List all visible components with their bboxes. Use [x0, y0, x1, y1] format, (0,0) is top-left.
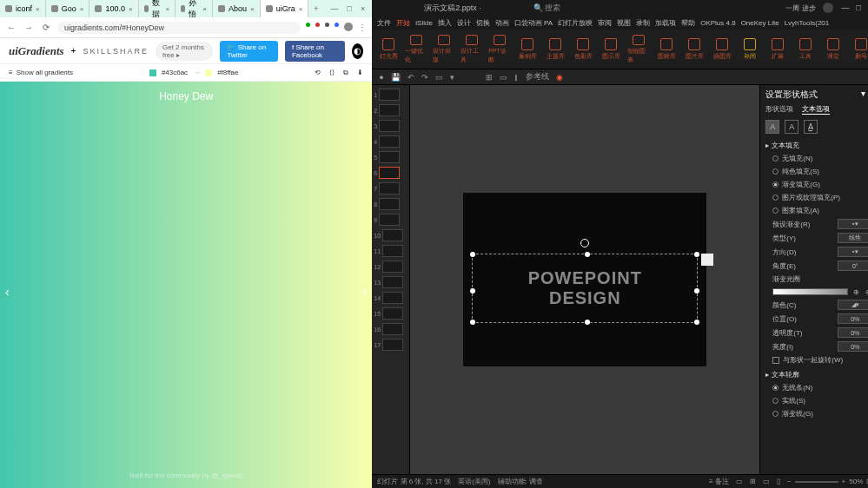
- outline-gradient[interactable]: 渐变线(G): [765, 409, 868, 419]
- preset-dropdown[interactable]: ▪▾: [838, 219, 868, 229]
- thumb-9[interactable]: 9: [374, 214, 407, 226]
- menu-addins[interactable]: 加载项: [655, 18, 676, 28]
- menu-record[interactable]: 录制: [636, 18, 650, 28]
- tab-0[interactable]: iconf×: [0, 0, 46, 17]
- tab-6[interactable]: uiGra×: [261, 0, 309, 17]
- thumb-7[interactable]: 7: [374, 182, 407, 195]
- fill-picture[interactable]: 图片或纹理填充(P): [765, 193, 868, 202]
- panel-tab-shape[interactable]: 形状选项: [765, 104, 793, 115]
- ribbon-btn-10[interactable]: 图标库: [655, 35, 678, 64]
- thumb-17[interactable]: 17: [374, 339, 407, 351]
- zoom-slider[interactable]: [795, 481, 838, 483]
- thumb-13[interactable]: 13: [374, 276, 407, 288]
- status-lang[interactable]: 英语(美国): [458, 477, 490, 486]
- rotate-with-shape[interactable]: 与形状一起旋转(W): [765, 355, 868, 365]
- show-all-link[interactable]: Show all gradients: [17, 69, 73, 76]
- ext-icon[interactable]: [306, 23, 310, 27]
- zoom-in-icon[interactable]: +: [842, 478, 846, 485]
- code-icon[interactable]: ⟨⟩: [329, 69, 335, 76]
- guides-icon[interactable]: 参考线: [526, 71, 549, 82]
- more-icon[interactable]: ⋮: [358, 23, 367, 32]
- ribbon-btn-14[interactable]: 扩展: [766, 35, 789, 64]
- ppt-user[interactable]: 一周 进步: [785, 3, 818, 13]
- menu-file[interactable]: 文件: [377, 18, 391, 28]
- ppt-min-icon[interactable]: —: [842, 3, 850, 12]
- text-fill-tab-icon[interactable]: A: [765, 120, 779, 134]
- thumb-8[interactable]: 8: [374, 198, 407, 210]
- tool-icon[interactable]: ⫿: [514, 73, 519, 82]
- menu-transition[interactable]: 切换: [476, 18, 490, 28]
- ribbon-btn-9[interactable]: 智能图表: [627, 35, 650, 64]
- outline-solid[interactable]: 实线(S): [765, 396, 868, 406]
- thumb-14[interactable]: 14: [374, 292, 407, 304]
- thumb-4[interactable]: 4: [374, 135, 407, 148]
- textbox-tag-icon[interactable]: [701, 254, 713, 266]
- window-max-icon[interactable]: □: [348, 4, 352, 13]
- reload-icon[interactable]: ⟳: [40, 23, 52, 32]
- share-twitter-button[interactable]: 🐦 Share on Twitter: [220, 41, 278, 62]
- menu-home[interactable]: 开始: [396, 18, 410, 28]
- site-logo[interactable]: uiGradients: [9, 44, 64, 58]
- panel-close-icon[interactable]: ▾ ×: [861, 89, 868, 101]
- menu-islide[interactable]: iSlide: [415, 19, 433, 27]
- fill-none[interactable]: 无填充(N): [765, 154, 868, 163]
- swatch-1[interactable]: [149, 69, 156, 76]
- ribbon-btn-15[interactable]: 工具: [794, 35, 817, 64]
- ribbon-btn-7[interactable]: 色彩库: [572, 35, 594, 64]
- ribbon-btn-0[interactable]: 灯光秀: [377, 35, 400, 64]
- view-slideshow-icon[interactable]: ▯: [777, 478, 780, 485]
- menu-review[interactable]: 审阅: [598, 18, 612, 28]
- menu-help[interactable]: 帮助: [681, 18, 695, 28]
- slideshow-icon[interactable]: ▭: [435, 73, 443, 82]
- ribbon-btn-12[interactable]: 插图库: [711, 35, 733, 64]
- new-tab-button[interactable]: +: [308, 4, 323, 13]
- ribbon-btn-2[interactable]: 设计排版: [433, 35, 455, 64]
- direction-dropdown[interactable]: ▪▾: [838, 247, 868, 257]
- autosave-icon[interactable]: ●: [379, 73, 383, 82]
- redo-icon[interactable]: ↷: [421, 73, 428, 82]
- thumb-15[interactable]: 15: [374, 307, 407, 320]
- ppt-max-icon[interactable]: □: [857, 3, 861, 12]
- thumb-2[interactable]: 2: [374, 104, 407, 116]
- menu-pa[interactable]: 口袋动画 PA: [514, 18, 553, 28]
- thumb-10[interactable]: 10: [374, 229, 407, 241]
- view-sorter-icon[interactable]: ⊞: [750, 478, 756, 485]
- ribbon-btn-13[interactable]: 补间: [739, 35, 761, 64]
- tab-4[interactable]: 孙悟×: [176, 0, 213, 17]
- ribbon-btn-5[interactable]: 案例库: [516, 35, 539, 64]
- view-reading-icon[interactable]: ▭: [763, 478, 770, 485]
- forward-icon[interactable]: →: [23, 23, 35, 32]
- copy-icon[interactable]: ⧉: [343, 69, 348, 77]
- menu-view[interactable]: 视图: [617, 18, 631, 28]
- undo-icon[interactable]: ↶: [407, 73, 414, 82]
- brightness-input[interactable]: 0%: [838, 341, 868, 352]
- islide-qat-icon[interactable]: ◉: [556, 73, 563, 82]
- tab-close-icon[interactable]: ×: [36, 5, 40, 13]
- menu-slideshow[interactable]: 幻灯片放映: [558, 18, 593, 28]
- menu-lvyh[interactable]: LvyhTools(201: [785, 19, 830, 27]
- fill-pattern[interactable]: 图案填充(A): [765, 206, 868, 215]
- prev-gradient-icon[interactable]: ‹: [5, 285, 10, 299]
- window-close-icon[interactable]: ×: [361, 4, 365, 13]
- tab-5[interactable]: Abou×: [213, 0, 261, 17]
- save-icon[interactable]: 💾: [391, 73, 401, 82]
- fill-gradient[interactable]: 渐变填充(G): [765, 180, 868, 189]
- type-dropdown[interactable]: 线性: [838, 233, 868, 243]
- user-avatar-icon[interactable]: [823, 3, 833, 13]
- github-icon[interactable]: ◐: [352, 43, 363, 59]
- ext-icon[interactable]: [325, 23, 329, 27]
- group-icon[interactable]: ▭: [500, 73, 507, 82]
- status-accessibility[interactable]: 辅助功能: 调查: [498, 477, 543, 486]
- thumb-5[interactable]: 5: [374, 151, 407, 163]
- view-normal-icon[interactable]: ▭: [736, 478, 743, 485]
- tab-1[interactable]: Goo×: [46, 0, 90, 17]
- text-box-tab-icon[interactable]: A̲: [804, 120, 818, 134]
- share-facebook-button[interactable]: f Share on Facebook: [285, 41, 345, 62]
- tab-3[interactable]: 数据×: [139, 0, 176, 17]
- skillshare-logo[interactable]: SKILLSHARE: [83, 47, 149, 56]
- angle-input[interactable]: 0°: [838, 260, 868, 271]
- window-min-icon[interactable]: —: [331, 4, 339, 13]
- rotate-icon[interactable]: ⟲: [315, 69, 321, 76]
- ribbon-btn-8[interactable]: 图示库: [600, 35, 622, 64]
- ribbon-btn-3[interactable]: 设计工具: [461, 35, 483, 64]
